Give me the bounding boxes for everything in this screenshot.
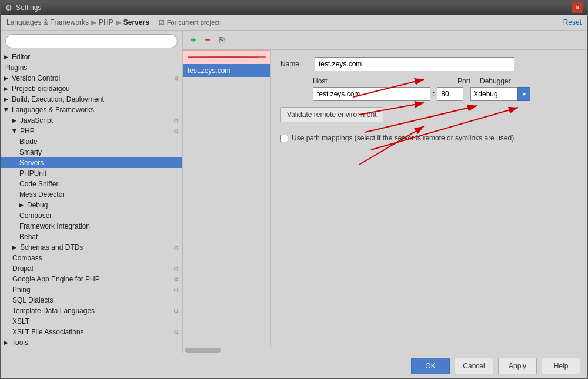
sidebar: ▶Editor Plugins ▶Version Control ⚙ ▶Proj… — [1, 31, 183, 353]
copy-server-button[interactable]: ⎘ — [216, 34, 228, 46]
sidebar-item-languages[interactable]: ▶Languages & Frameworks — [1, 105, 182, 115]
bottom-bar: OK Cancel Apply Help — [1, 353, 587, 378]
path-mapping-label: Use path mappings (select if the server … — [292, 134, 514, 142]
breadcrumb: Languages & Frameworks ▶ PHP ▶ Servers ☑… — [6, 18, 220, 26]
sidebar-item-template-data[interactable]: Template Data Languages ⚙ — [1, 306, 182, 316]
search-bar — [1, 31, 182, 52]
sidebar-item-compass[interactable]: Compass — [1, 253, 182, 263]
sidebar-item-mess-detector[interactable]: Mess Detector — [1, 189, 182, 200]
main-body: ▶Editor Plugins ▶Version Control ⚙ ▶Proj… — [1, 31, 587, 353]
breadcrumb-part3: Servers — [123, 18, 149, 26]
breadcrumb-part2: PHP — [99, 18, 113, 26]
sidebar-item-drupal[interactable]: Drupal ⚙ — [1, 263, 182, 274]
path-mapping-checkbox[interactable] — [280, 135, 288, 142]
settings-window: ⚙ Settings ✕ Languages & Frameworks ▶ PH… — [0, 0, 588, 379]
sidebar-item-debug[interactable]: ▶Debug — [1, 200, 182, 210]
sidebar-item-plugins[interactable]: Plugins — [1, 62, 182, 73]
validate-remote-button[interactable]: Validate remote environment — [280, 107, 383, 122]
title-bar-left: ⚙ Settings — [5, 4, 41, 12]
window-title: Settings — [16, 4, 41, 12]
sidebar-item-phing[interactable]: Phing ⚙ — [1, 284, 182, 295]
breadcrumb-part1: Languages & Frameworks — [6, 18, 89, 26]
host-input[interactable] — [313, 87, 430, 101]
title-bar: ⚙ Settings ✕ — [1, 1, 587, 15]
sidebar-item-javascript[interactable]: ▶JavaScript ⚙ — [1, 115, 182, 126]
debugger-dropdown-arrow[interactable]: ▼ — [517, 87, 530, 101]
sidebar-item-google-app-engine[interactable]: Google App Engine for PHP ⚙ — [1, 274, 182, 284]
split-container: test.zeys.com Name: — [183, 50, 587, 347]
server-list-panel: test.zeys.com — [183, 50, 271, 347]
close-button[interactable]: ✕ — [572, 2, 583, 13]
name-label: Name: — [280, 60, 310, 68]
breadcrumb-arrow1: ▶ — [91, 18, 96, 26]
add-server-button[interactable]: + — [188, 34, 199, 46]
port-column-label: Port — [430, 77, 477, 85]
sidebar-item-tools[interactable]: ▶Tools — [1, 337, 182, 348]
sidebar-item-schemas[interactable]: ▶Schemas and DTDs ⚙ — [1, 242, 182, 253]
header-bar: Languages & Frameworks ▶ PHP ▶ Servers ☑… — [1, 15, 587, 31]
sidebar-item-editor[interactable]: ▶Editor — [1, 52, 182, 62]
colon-separator: : — [430, 90, 437, 98]
path-mapping-row: Use path mappings (select if the server … — [280, 134, 578, 142]
debugger-select[interactable]: Xdebug Zend Debugger — [470, 87, 517, 101]
ok-button[interactable]: OK — [411, 358, 450, 374]
name-input[interactable] — [315, 57, 514, 71]
reset-link[interactable]: Reset — [563, 18, 582, 26]
sidebar-item-xslt-file-assoc[interactable]: XSLT File Associations ⚙ — [1, 327, 182, 337]
host-column-label: Host — [313, 77, 430, 85]
sidebar-item-version-control[interactable]: ▶Version Control ⚙ — [1, 73, 182, 83]
validate-row: Validate remote environment — [280, 107, 578, 128]
content-area: Languages & Frameworks ▶ PHP ▶ Servers ☑… — [1, 15, 587, 378]
sidebar-item-servers[interactable]: Servers — [1, 157, 182, 168]
debugger-column-label: Debugger — [477, 77, 511, 85]
for-current-label: For current project — [167, 19, 220, 26]
help-button[interactable]: Help — [542, 358, 580, 374]
server-config-wrapper: Name: Host Port Debugger — [271, 50, 587, 347]
sidebar-item-project[interactable]: ▶Project: qiqidaigou — [1, 83, 182, 94]
sidebar-item-blade[interactable]: Blade — [1, 136, 182, 147]
sidebar-item-phpunit[interactable]: PHPUnit — [1, 168, 182, 179]
sidebar-item-framework-integration[interactable]: Framework Integration — [1, 221, 182, 232]
breadcrumb-arrow2: ▶ — [116, 18, 121, 26]
sidebar-item-code-sniffer[interactable]: Code Sniffer — [1, 179, 182, 189]
cancel-button[interactable]: Cancel — [455, 358, 493, 374]
server-config-panel: Name: Host Port Debugger — [271, 50, 587, 149]
sidebar-item-xslt[interactable]: XSLT — [1, 316, 182, 327]
server-toolbar: + − ⎘ — [183, 31, 587, 50]
sidebar-item-php[interactable]: ▶PHP ⚙ — [1, 126, 182, 136]
sidebar-item-composer[interactable]: Composer — [1, 210, 182, 221]
sidebar-item-build[interactable]: ▶Build, Execution, Deployment — [1, 94, 182, 105]
right-panel: + − ⎘ test.zeys.com — [183, 31, 587, 353]
sidebar-item-smarty[interactable]: Smarty — [1, 147, 182, 157]
apply-button[interactable]: Apply — [498, 358, 537, 374]
sidebar-item-sql-dialects[interactable]: SQL Dialects — [1, 295, 182, 306]
sidebar-item-behat[interactable]: Behat — [1, 232, 182, 242]
server-list-item-redacted[interactable] — [183, 50, 270, 64]
debugger-select-wrapper: Xdebug Zend Debugger ▼ — [470, 87, 530, 101]
h-scroll-thumb[interactable] — [185, 348, 220, 353]
name-row: Name: — [280, 57, 578, 71]
remove-server-button[interactable]: − — [202, 34, 213, 46]
search-input[interactable] — [5, 34, 178, 48]
server-list-item-1[interactable]: test.zeys.com — [183, 64, 270, 77]
horizontal-scrollbar[interactable] — [183, 347, 587, 353]
port-input[interactable] — [437, 87, 463, 101]
